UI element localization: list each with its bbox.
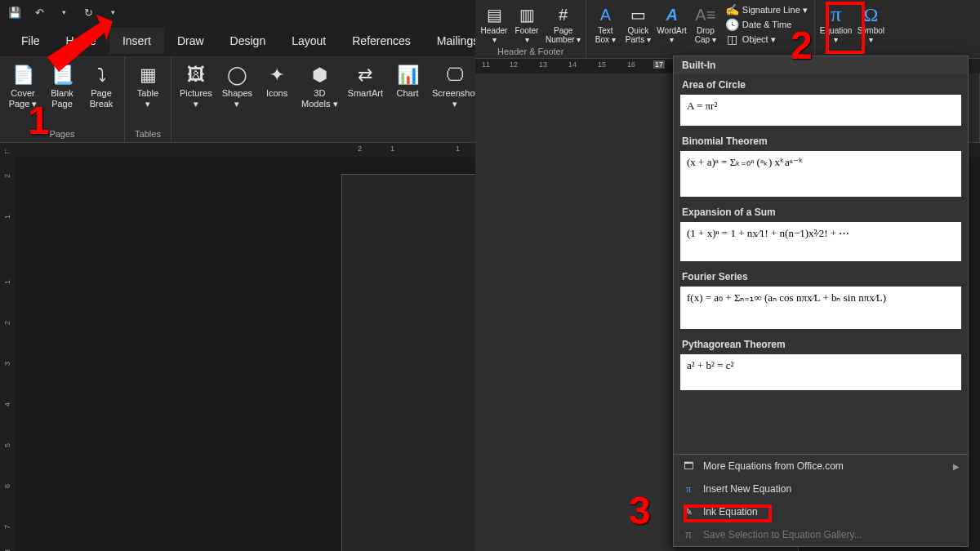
equation-item-area-of-circle[interactable]: A = πr² bbox=[680, 95, 961, 126]
ribbon-group-pages-label: Pages bbox=[5, 127, 119, 140]
more-equations-label: More Equations from Office.com bbox=[703, 460, 844, 472]
table-button[interactable]: ▦Table ▾ bbox=[130, 60, 166, 111]
header-button[interactable]: ▤Header ▾ bbox=[479, 2, 510, 46]
icons-icon: ✦ bbox=[264, 62, 290, 88]
page-number-button[interactable]: #Page Number ▾ bbox=[544, 2, 582, 46]
pi-icon: π bbox=[682, 482, 695, 495]
drop-cap-button[interactable]: A≡Drop Cap ▾ bbox=[690, 2, 721, 56]
ruler-v-mark: 1 bbox=[3, 215, 11, 219]
page-break-label: Page Break bbox=[90, 88, 114, 109]
equation-item-fourier-series[interactable]: f(x) = a₀ + Σₙ₌₁∞ (aₙ cos nπx⁄L + bₙ sin… bbox=[680, 287, 961, 329]
equation-item-expansion-of-sum[interactable]: (1 + x)ⁿ = 1 + nx⁄1! + n(n−1)x²⁄2! + ⋯ bbox=[680, 222, 961, 261]
equation-list: Area of Circle A = πr² Binomial Theorem … bbox=[674, 74, 968, 454]
ruler-h-mark: 13 bbox=[539, 60, 547, 69]
office-icon: 🗔 bbox=[682, 460, 695, 473]
save-icon[interactable]: 💾 bbox=[7, 4, 23, 20]
more-equations-button[interactable]: 🗔More Equations from Office.com▶ bbox=[674, 455, 968, 478]
ruler-h-mark: 12 bbox=[510, 60, 518, 69]
smartart-button[interactable]: ⇄SmartArt bbox=[345, 60, 386, 100]
tab-references[interactable]: References bbox=[339, 28, 424, 54]
ribbon-group-text: AText Box ▾ ▭Quick Parts ▾ AWordArt ▾ A≡… bbox=[586, 0, 815, 58]
ruler-corner: ∟ bbox=[0, 143, 15, 158]
smartart-label: SmartArt bbox=[348, 88, 383, 99]
screenshot-label: Screenshot ▾ bbox=[432, 88, 478, 109]
shapes-icon: ◯ bbox=[224, 62, 250, 88]
insert-new-equation-label: Insert New Equation bbox=[703, 483, 791, 495]
header-icon: ▤ bbox=[483, 3, 506, 26]
callout-arrow-1 bbox=[23, 15, 121, 80]
wordart-label: WordArt ▾ bbox=[657, 26, 687, 44]
header-label: Header ▾ bbox=[481, 26, 508, 44]
ink-equation-button[interactable]: ✎Ink Equation bbox=[674, 500, 968, 523]
save-to-gallery-label: Save Selection to Equation Gallery... bbox=[703, 529, 862, 540]
icons-label: Icons bbox=[266, 88, 287, 99]
date-time-icon: 🕓 bbox=[726, 18, 739, 31]
wordart-icon: A bbox=[661, 3, 684, 26]
chart-label: Chart bbox=[397, 88, 419, 99]
svg-marker-0 bbox=[47, 15, 113, 72]
ruler-v-mark: 2 bbox=[3, 174, 11, 178]
screenshot-button[interactable]: 🖵Screenshot ▾ bbox=[429, 60, 481, 111]
save-gallery-icon: π bbox=[682, 528, 695, 541]
ribbon-right-slice: ▤Header ▾ ▥Footer ▾ #Page Number ▾ Heade… bbox=[475, 0, 980, 59]
ruler-h-mark: 15 bbox=[598, 60, 606, 69]
quick-parts-button[interactable]: ▭Quick Parts ▾ bbox=[622, 2, 653, 56]
wordart-button[interactable]: AWordArt ▾ bbox=[655, 2, 688, 56]
text-box-icon: A bbox=[594, 3, 617, 26]
equation-icon: π bbox=[825, 3, 848, 26]
screenshot-icon: 🖵 bbox=[442, 62, 468, 88]
quick-parts-label: Quick Parts ▾ bbox=[626, 26, 651, 44]
ruler-h-mark: 17 bbox=[653, 60, 665, 69]
symbol-label: Symbol ▾ bbox=[858, 26, 884, 44]
pictures-button[interactable]: 🖼Pictures ▾ bbox=[176, 60, 216, 111]
tab-draw[interactable]: Draw bbox=[164, 28, 217, 54]
ruler-v-mark: 3 bbox=[3, 362, 11, 366]
symbol-button[interactable]: ΩSymbol ▾ bbox=[855, 2, 886, 56]
3d-models-icon: ⬢ bbox=[306, 62, 332, 88]
equation-item-binomial-theorem[interactable]: (x + a)ⁿ = Σₖ₌₀ⁿ (ⁿₖ) xᵏaⁿ⁻ᵏ bbox=[680, 151, 961, 197]
shapes-button[interactable]: ◯Shapes ▾ bbox=[219, 60, 256, 111]
ruler-h-mark: 14 bbox=[568, 60, 577, 69]
object-label: Object ▾ bbox=[742, 34, 776, 45]
ruler-h-mark: 2 bbox=[358, 144, 362, 153]
footer-label: Footer ▾ bbox=[515, 26, 539, 44]
text-box-button[interactable]: AText Box ▾ bbox=[590, 2, 621, 56]
ruler-v-mark: 6 bbox=[3, 484, 11, 488]
drop-cap-icon: A≡ bbox=[694, 3, 717, 26]
equation-item-title: Area of Circle bbox=[674, 74, 968, 93]
chart-button[interactable]: 📊Chart bbox=[390, 60, 425, 100]
3d-models-label: 3D Models ▾ bbox=[301, 88, 338, 109]
ink-equation-label: Ink Equation bbox=[703, 506, 758, 518]
3d-models-button[interactable]: ⬢3D Models ▾ bbox=[298, 60, 341, 111]
footer-button[interactable]: ▥Footer ▾ bbox=[511, 2, 542, 46]
ruler-h-mark: 16 bbox=[627, 60, 635, 69]
equation-item-title: Pythagorean Theorem bbox=[674, 334, 968, 353]
pictures-icon: 🖼 bbox=[183, 62, 209, 88]
insert-new-equation-button[interactable]: πInsert New Equation bbox=[674, 478, 968, 500]
ribbon-group-header-footer: ▤Header ▾ ▥Footer ▾ #Page Number ▾ Heade… bbox=[475, 0, 586, 58]
ribbon-group-tables-label: Tables bbox=[130, 127, 166, 140]
equation-dropdown: Built-In Area of Circle A = πr² Binomial… bbox=[673, 56, 969, 547]
ruler-v-mark: 2 bbox=[3, 321, 11, 325]
ruler-v-mark: 4 bbox=[3, 402, 11, 407]
signature-line-button[interactable]: ✍Signature Line ▾ bbox=[726, 3, 808, 16]
tab-layout[interactable]: Layout bbox=[278, 28, 339, 54]
ruler-v-mark: 5 bbox=[3, 443, 11, 447]
object-icon: ◫ bbox=[726, 33, 739, 46]
callout-number-3: 3 bbox=[629, 488, 651, 533]
icons-button[interactable]: ✦Icons bbox=[259, 60, 295, 100]
tab-design[interactable]: Design bbox=[217, 28, 279, 54]
equation-item-pythagorean-theorem[interactable]: a² + b² = c² bbox=[680, 354, 961, 390]
ribbon-group-symbols: πEquation ▾ ΩSymbol ▾ bbox=[815, 0, 889, 58]
ruler-h-mark: 11 bbox=[482, 60, 490, 69]
save-to-gallery-button: πSave Selection to Equation Gallery... bbox=[674, 523, 968, 546]
chevron-right-icon: ▶ bbox=[953, 462, 960, 471]
vertical-ruler: 2 1 1 2 3 4 5 6 7 8 bbox=[0, 158, 15, 551]
signature-icon: ✍ bbox=[726, 3, 739, 16]
ribbon-group-header-footer-label: Header & Footer bbox=[479, 46, 582, 57]
quick-parts-icon: ▭ bbox=[626, 3, 649, 26]
text-box-label: Text Box ▾ bbox=[595, 26, 616, 44]
ruler-h-mark: 1 bbox=[390, 144, 394, 153]
equation-button[interactable]: πEquation ▾ bbox=[818, 2, 853, 56]
table-icon: ▦ bbox=[135, 62, 161, 88]
